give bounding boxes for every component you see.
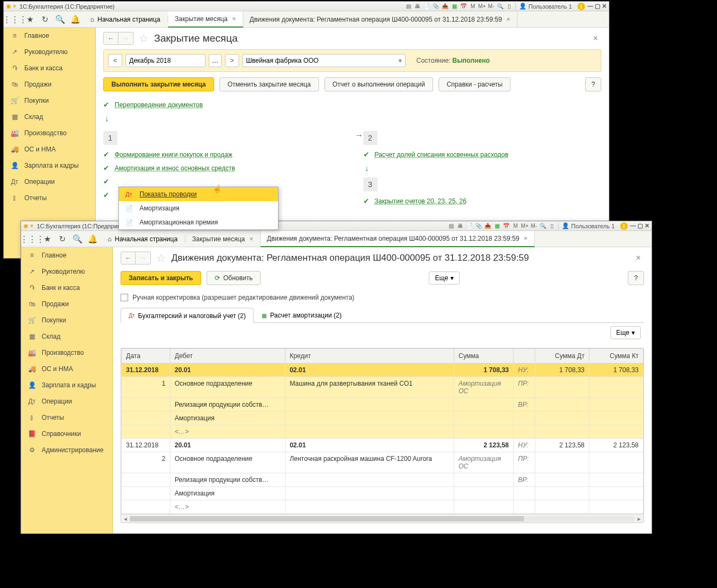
icon[interactable]: ▤ bbox=[447, 222, 455, 230]
table-row[interactable]: 31.12.201820.0102.011 708,33НУ:1 708,331… bbox=[122, 364, 643, 377]
scroll-right-icon[interactable]: ▸ bbox=[635, 515, 643, 523]
tab-close-month[interactable]: Закрытие месяца × bbox=[168, 11, 243, 28]
help-button[interactable]: ? bbox=[628, 271, 644, 285]
op-book-link[interactable]: Формирование книги покупок и продаж bbox=[115, 151, 233, 158]
info-icon[interactable]: i bbox=[620, 222, 628, 230]
sidebar-item[interactable]: ▦Склад bbox=[21, 328, 112, 345]
scroll-thumb[interactable] bbox=[130, 516, 524, 521]
sidebar-item[interactable]: ≡Главное bbox=[4, 28, 95, 44]
org-select[interactable]: Швейная фабрика ООО▾ bbox=[242, 54, 406, 67]
icon[interactable]: 📥 bbox=[441, 3, 449, 10]
sidebar-item[interactable]: 🛍Продажи bbox=[21, 296, 112, 312]
cm-amort-prem[interactable]: 📄Амортизационная премия bbox=[119, 215, 278, 229]
sidebar-item[interactable]: 🚚ОС и НМА bbox=[21, 361, 112, 377]
icon[interactable]: ▤ bbox=[404, 3, 412, 10]
history-icon[interactable]: ↻ bbox=[37, 12, 52, 27]
sidebar-item[interactable]: ⚙Администрирование bbox=[21, 442, 112, 458]
sidebar-item[interactable]: ֏Банк и касса bbox=[4, 60, 95, 76]
tab-close-icon[interactable]: × bbox=[249, 235, 254, 243]
user-label[interactable]: 👤 Пользователь 1 bbox=[515, 3, 575, 10]
minimize-icon[interactable]: — bbox=[630, 222, 636, 229]
search-icon[interactable]: 🔍 bbox=[52, 12, 68, 27]
icon[interactable]: M- bbox=[530, 222, 537, 230]
star-icon[interactable]: ★ bbox=[22, 12, 37, 27]
sidebar-item[interactable]: ДтОперации bbox=[21, 393, 112, 409]
save-close-button[interactable]: Записать и закрыть bbox=[121, 271, 201, 285]
sidebar-item[interactable]: 🛒Покупки bbox=[4, 93, 95, 109]
table-row[interactable]: Релизация продукции собств…ВР: bbox=[122, 398, 643, 412]
table-row[interactable]: 1Основное подразделениеМашина для развер… bbox=[122, 377, 643, 398]
close-page-icon[interactable]: × bbox=[590, 34, 601, 43]
tab-doc-movements[interactable]: Движения документа: Регламентная операци… bbox=[243, 11, 517, 28]
col-date[interactable]: Дата bbox=[122, 349, 170, 364]
history-icon[interactable]: ↻ bbox=[55, 232, 70, 247]
help-button[interactable]: ? bbox=[585, 77, 601, 91]
sidebar-item[interactable]: ▦Склад bbox=[4, 109, 95, 125]
icon[interactable]: ▯ bbox=[548, 222, 556, 230]
period-prev-button[interactable]: < bbox=[108, 54, 122, 67]
sidebar-item[interactable]: 🏭Производство bbox=[4, 125, 95, 141]
sidebar-item[interactable]: 🛍Продажи bbox=[4, 76, 95, 93]
dropdown-icon[interactable]: ▾ bbox=[30, 222, 34, 229]
op-repost-link[interactable]: Перепроведение документов bbox=[115, 101, 203, 109]
cm-amort[interactable]: 📄Амортизация bbox=[119, 201, 278, 215]
icon[interactable]: 📄 bbox=[423, 3, 430, 10]
table-row[interactable]: 2Основное подразделениеЛенточная раскрой… bbox=[122, 452, 643, 473]
period-next-button[interactable]: > bbox=[225, 54, 239, 67]
table-row[interactable]: Амортизация bbox=[122, 412, 643, 425]
col-sum-kt[interactable]: Сумма Кт bbox=[589, 349, 643, 364]
icon[interactable]: 📎 bbox=[475, 222, 482, 230]
sidebar-item[interactable]: 📕Справочники bbox=[21, 426, 112, 442]
tab-accounting[interactable]: ДтБухгалтерский и налоговый учет (2) bbox=[121, 308, 254, 323]
icon[interactable]: 🖶 bbox=[414, 3, 421, 10]
icon[interactable]: M bbox=[512, 222, 519, 230]
minimize-icon[interactable]: — bbox=[587, 3, 593, 9]
tab-close-month[interactable]: Закрытие месяца × bbox=[185, 231, 260, 247]
table-row[interactable]: Амортизация bbox=[122, 487, 643, 500]
period-picker-button[interactable]: … bbox=[209, 54, 222, 67]
icon[interactable]: M+ bbox=[478, 3, 486, 10]
sidebar-item[interactable]: 👤Зарплата и кадры bbox=[21, 377, 112, 393]
col-credit[interactable]: Кредит bbox=[285, 349, 454, 364]
tab-close-icon[interactable]: × bbox=[506, 15, 510, 23]
references-button[interactable]: Справки - расчеты bbox=[439, 77, 510, 91]
back-button[interactable]: ← bbox=[121, 252, 136, 265]
tab-doc-movements[interactable]: Движения документа: Регламентная операци… bbox=[261, 231, 535, 247]
icon[interactable]: 🔍 bbox=[496, 3, 504, 10]
icon[interactable]: 📄 bbox=[466, 222, 473, 230]
table-row[interactable]: Релизация продукции собств…ВР: bbox=[122, 473, 643, 487]
table-more-button[interactable]: Еще ▾ bbox=[610, 326, 641, 339]
icon[interactable]: 📅 bbox=[502, 222, 510, 230]
op-close-accounts-link[interactable]: Закрытие счетов 20, 23, 25, 26 bbox=[375, 197, 467, 205]
period-input[interactable]: Декабрь 2018 bbox=[125, 54, 205, 67]
tab-amort-calc[interactable]: ▦Расчет амортизации (2) bbox=[254, 308, 349, 322]
icon[interactable]: ▦ bbox=[493, 222, 501, 230]
icon[interactable]: 🔍 bbox=[539, 222, 547, 230]
close-icon[interactable]: ✕ bbox=[645, 222, 649, 229]
maximize-icon[interactable]: ▢ bbox=[638, 222, 643, 229]
favorite-icon[interactable]: ☆ bbox=[156, 252, 166, 265]
sidebar-item[interactable]: 🚚ОС и НМА bbox=[4, 141, 95, 157]
sidebar-item[interactable]: ֏Банк и касса bbox=[21, 280, 112, 296]
apps-icon[interactable]: ⋮⋮⋮ bbox=[24, 232, 39, 247]
scroll-left-icon[interactable]: ◂ bbox=[121, 515, 130, 523]
op-share-link[interactable]: Расчет долей списания косвенных расходов bbox=[375, 151, 509, 158]
manual-edit-checkbox[interactable] bbox=[121, 294, 128, 301]
sidebar-item[interactable]: ДтОперации bbox=[4, 174, 95, 190]
dropdown-icon[interactable]: ▾ bbox=[13, 3, 16, 10]
table-row[interactable]: 31.12.201820.0102.012 123,58НУ:2 123,582… bbox=[122, 439, 643, 452]
more-button[interactable]: Еще ▾ bbox=[429, 272, 459, 285]
icon[interactable]: 📅 bbox=[460, 3, 467, 10]
tab-close-icon[interactable]: × bbox=[232, 15, 236, 23]
user-label[interactable]: 👤 Пользователь 1 bbox=[558, 222, 618, 229]
sidebar-item[interactable]: ⫿Отчеты bbox=[4, 190, 95, 206]
star-icon[interactable]: ★ bbox=[39, 232, 55, 247]
refresh-button[interactable]: ⟳Обновить bbox=[207, 271, 261, 285]
icon[interactable]: ▯ bbox=[506, 3, 513, 10]
search-icon[interactable]: 🔍 bbox=[70, 232, 85, 247]
ops-report-button[interactable]: Отчет о выполнении операций bbox=[324, 77, 433, 91]
col-sum-dt[interactable]: Сумма Дт bbox=[535, 349, 589, 364]
home-tab[interactable]: ⌂ Начальная страница bbox=[83, 16, 168, 23]
table-row[interactable]: <…> bbox=[122, 500, 643, 514]
run-close-month-button[interactable]: Выполнить закрытие месяца bbox=[103, 77, 214, 91]
